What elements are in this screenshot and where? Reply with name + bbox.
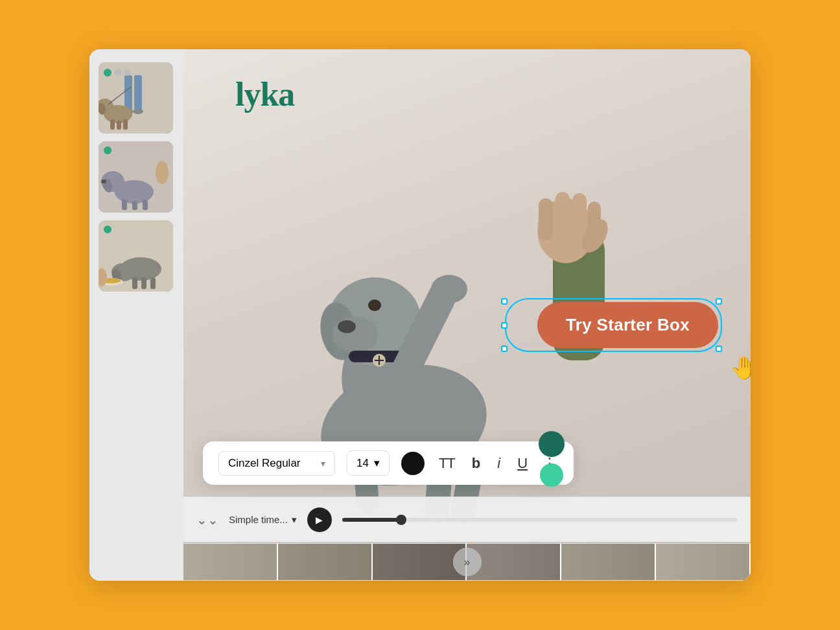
font-size-chevron: ▾ xyxy=(374,456,380,470)
thumbnail-3-dot xyxy=(104,226,111,233)
italic-button[interactable]: i xyxy=(495,454,503,473)
svg-point-37 xyxy=(368,299,381,311)
timeline-template-chevron: ▾ xyxy=(292,514,297,526)
timeline-template-label: Simple time... xyxy=(229,514,288,525)
svg-rect-29 xyxy=(141,277,146,289)
color-picker[interactable] xyxy=(401,452,425,475)
svg-rect-19 xyxy=(132,201,137,210)
svg-rect-20 xyxy=(143,200,148,210)
svg-rect-18 xyxy=(122,200,127,210)
cta-handle-bottom-right xyxy=(716,345,722,352)
font-size-label: 14 xyxy=(356,457,369,470)
browser-content: lyka xyxy=(89,49,751,581)
cta-button-wrapper: Try Starter Box 🤚 xyxy=(537,302,718,348)
color-dot-dark-green[interactable] xyxy=(539,431,565,457)
thumbnail-3[interactable] xyxy=(99,220,173,292)
timeline-bar: ⌄⌄ Simple time... ▾ ▶ xyxy=(183,496,751,542)
svg-rect-50 xyxy=(555,192,570,237)
format-toolbar: Cinzel Regular ▾ 14 ▾ TT b i U ⋮ xyxy=(203,441,574,485)
svg-point-36 xyxy=(338,320,356,333)
play-icon: ▶ xyxy=(316,515,323,525)
thumbnail-2-dot xyxy=(104,146,111,154)
filmstrip-thumb-5[interactable] xyxy=(561,544,656,580)
cta-handle-top-right xyxy=(716,298,722,305)
svg-rect-51 xyxy=(572,193,587,237)
thumbnail-2[interactable] xyxy=(99,141,173,213)
svg-rect-10 xyxy=(123,119,128,130)
svg-rect-1 xyxy=(124,75,132,111)
skip-icon: » xyxy=(463,555,470,569)
bold-button[interactable]: b xyxy=(469,454,483,473)
color-dot-light-green[interactable] xyxy=(540,463,563,487)
svg-rect-8 xyxy=(110,119,115,130)
svg-point-17 xyxy=(156,161,169,184)
text-transform-button[interactable]: TT xyxy=(436,454,458,473)
main-canvas: lyka xyxy=(183,49,751,581)
cursor-hand-icon: 🤚 xyxy=(730,355,751,380)
progress-handle[interactable] xyxy=(396,515,406,525)
filmstrip-thumb-1[interactable] xyxy=(183,544,278,580)
filmstrip-thumb-6[interactable] xyxy=(656,544,751,580)
timeline-template-selector[interactable]: Simple time... ▾ xyxy=(229,514,297,526)
font-family-selector[interactable]: Cinzel Regular ▾ xyxy=(218,451,335,476)
thumbnail-1-dots xyxy=(104,69,131,76)
font-family-chevron: ▾ xyxy=(321,458,325,469)
underline-button[interactable]: U xyxy=(515,454,530,473)
play-button[interactable]: ▶ xyxy=(307,508,332,532)
dot-inactive-2 xyxy=(124,69,131,76)
svg-point-16 xyxy=(101,180,106,183)
filmstrip-skip-button[interactable]: » xyxy=(453,548,482,576)
cta-handle-bottom-left xyxy=(501,345,508,352)
cta-button[interactable]: Try Starter Box xyxy=(537,302,718,348)
svg-rect-9 xyxy=(117,121,121,130)
font-size-selector[interactable]: 14 ▾ xyxy=(347,450,390,476)
svg-rect-28 xyxy=(132,277,137,289)
color-picker-overlay xyxy=(539,431,565,487)
filmstrip: » xyxy=(183,543,751,581)
thumbnail-1[interactable] xyxy=(99,62,173,134)
font-family-label: Cinzel Regular xyxy=(228,457,301,470)
svg-point-43 xyxy=(431,275,467,303)
progress-bar-container[interactable] xyxy=(342,518,738,522)
thumbnail-sidebar xyxy=(89,49,183,581)
progress-bar-fill xyxy=(342,518,402,522)
dot-active-1 xyxy=(104,69,111,76)
svg-rect-2 xyxy=(134,75,142,111)
lyka-logo: lyka xyxy=(235,75,294,113)
svg-point-4 xyxy=(133,109,143,114)
cta-handle-left xyxy=(501,322,508,329)
dot-inactive-1 xyxy=(115,69,121,76)
timeline-expand-button[interactable]: ⌄⌄ xyxy=(196,512,218,528)
svg-rect-30 xyxy=(150,277,156,289)
cta-handle-top-left xyxy=(501,298,508,305)
svg-point-35 xyxy=(332,316,378,353)
main-dog-illustration xyxy=(248,179,637,542)
svg-rect-49 xyxy=(539,198,553,240)
outer-frame: lyka xyxy=(64,36,776,594)
filmstrip-thumb-2[interactable] xyxy=(278,544,373,580)
browser-window: lyka xyxy=(89,49,751,581)
